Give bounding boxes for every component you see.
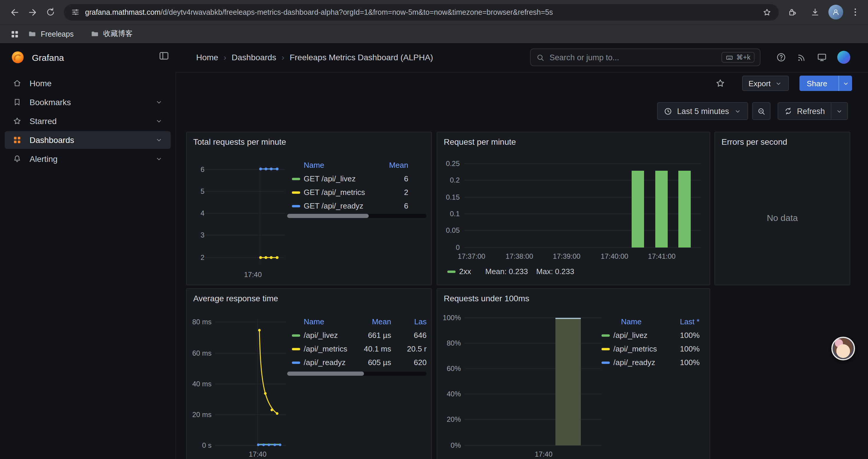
screen: grafana.mathmast.com/d/deytv4rwavabkb/fr… [0, 0, 868, 459]
legend-header-mean[interactable]: Mean [356, 317, 391, 326]
panel-title[interactable]: Request per minute [444, 137, 516, 146]
search-placeholder: Search or jump to... [550, 53, 619, 62]
series-name[interactable]: /api/_livez [304, 331, 356, 340]
downloads-icon[interactable] [806, 3, 824, 21]
series-color-green [292, 177, 300, 180]
legend-table: Name Mean GET /api/_livez 6 GET /api/_me… [287, 158, 427, 213]
time-range-picker[interactable]: Last 5 minutes [657, 102, 748, 120]
panel-title[interactable]: Average response time [193, 294, 278, 303]
legend-row: /api/_readyz 100% [601, 356, 700, 369]
home-icon [12, 78, 22, 88]
series-name[interactable]: /api/_metrics [613, 345, 680, 353]
panel-title[interactable]: Requests under 100ms [444, 294, 529, 303]
chevron-down-icon[interactable] [155, 117, 163, 125]
legend-header-name[interactable]: Name [304, 161, 324, 169]
browser-reload-button[interactable] [41, 3, 59, 21]
browser-menu-icon[interactable] [848, 3, 862, 21]
sidebar-item-dashboards[interactable]: Dashboards [5, 131, 171, 149]
dashboard-canvas: Last 5 minutes Refresh Total requests pe… [176, 72, 868, 459]
scrollbar-thumb[interactable] [287, 214, 369, 218]
panel-title[interactable]: Total requests per minute [193, 137, 286, 146]
series-color-blue [601, 361, 610, 364]
kiosk-monitor-icon[interactable] [816, 52, 827, 63]
legend-header-last[interactable]: Last * [680, 317, 700, 326]
series-name[interactable]: /api/_readyz [304, 358, 356, 367]
refresh-icon [784, 107, 792, 115]
sidebar-item-alerting[interactable]: Alerting [5, 150, 171, 168]
help-icon[interactable] [776, 52, 786, 63]
series-color-yellow [601, 348, 610, 350]
series-name[interactable]: /api/_livez [613, 331, 680, 340]
series-color-green [292, 334, 300, 336]
assistant-avatar-button[interactable] [831, 337, 855, 360]
sidebar-item-home[interactable]: Home [5, 74, 171, 92]
legend-scrollbar[interactable] [287, 371, 427, 376]
chevron-down-icon[interactable] [155, 98, 163, 106]
grafana-logo[interactable] [11, 50, 25, 64]
series-name[interactable]: /api/_readyz [613, 358, 680, 367]
browser-forward-button[interactable] [24, 3, 41, 21]
sidebar-item-bookmarks[interactable]: Bookmarks [5, 93, 171, 111]
user-avatar[interactable] [837, 51, 850, 64]
chart-total-requests[interactable] [205, 162, 285, 268]
search-input[interactable]: Search or jump to... ⌘+k [530, 48, 761, 66]
chevron-down-icon[interactable] [155, 136, 163, 144]
breadcrumb-dashboards[interactable]: Dashboards [231, 53, 276, 62]
series-name[interactable]: /api/_metrics [304, 345, 356, 353]
panel-requests-under-100ms: Requests under 100ms 100% 80% 60% 40% 20… [437, 288, 710, 459]
panel-request-per-minute: Request per minute 0.25 0.2 0.15 0.1 0.0… [437, 132, 710, 285]
browser-profile-avatar[interactable] [829, 5, 843, 20]
legend-scrollbar[interactable] [287, 214, 427, 218]
bookmark-folder-blogs[interactable]: 收藏博客 [85, 27, 138, 41]
grafana-header: Grafana Home › Dashboards › Freeleaps Me… [0, 43, 868, 73]
browser-back-button[interactable] [6, 3, 24, 21]
bookmark-star-icon[interactable] [762, 7, 772, 17]
legend-mean: Mean: 0.233 [485, 267, 528, 276]
search-icon [536, 53, 545, 62]
series-name[interactable]: GET /api/_metrics [304, 188, 404, 197]
chart-requests-under-100ms[interactable] [464, 316, 601, 450]
time-controls: Last 5 minutes Refresh [657, 102, 848, 120]
sidebar-item-starred[interactable]: Starred [5, 112, 171, 130]
extensions-icon[interactable] [783, 3, 801, 21]
url-bar[interactable]: grafana.mathmast.com/d/deytv4rwavabkb/fr… [64, 4, 779, 21]
site-settings-icon[interactable] [71, 8, 80, 17]
series-color-green [447, 270, 456, 273]
series-name[interactable]: 2xx [459, 267, 471, 276]
chevron-down-icon [836, 107, 843, 115]
legend-table: Name Mean Las /api/_livez 661 µs 646 /ap… [287, 315, 427, 369]
breadcrumb-separator: › [282, 53, 284, 62]
breadcrumb-home[interactable]: Home [196, 53, 218, 62]
bookmark-folder-freeleaps[interactable]: Freeleaps [23, 28, 79, 40]
series-name[interactable]: GET /api/_livez [304, 174, 404, 183]
keyboard-icon [725, 54, 733, 61]
panel-title[interactable]: Errors per second [721, 137, 787, 146]
zoom-out-icon [756, 107, 766, 116]
bookmark-icon [12, 97, 22, 107]
chart-average-response-time[interactable] [215, 320, 286, 457]
dashboards-grid-icon [12, 135, 22, 145]
news-rss-icon[interactable] [797, 52, 807, 62]
legend-max: Max: 0.233 [536, 267, 574, 276]
dock-menu-icon[interactable] [158, 50, 169, 61]
refresh-interval-dropdown[interactable] [831, 102, 848, 120]
refresh-button[interactable]: Refresh [777, 102, 831, 120]
series-color-yellow [292, 191, 300, 193]
series-name[interactable]: GET /api/_readyz [304, 201, 404, 210]
apps-grid-icon[interactable] [7, 26, 23, 42]
scrollbar-thumb[interactable] [287, 371, 364, 376]
panel-total-requests: Total requests per minute 6 5 4 3 2 17:4… [186, 132, 432, 285]
folder-icon [28, 30, 37, 38]
legend-row: /api/_metrics 100% [601, 342, 700, 356]
chart-request-per-minute[interactable] [464, 161, 701, 252]
legend-header-name[interactable]: Name [621, 317, 680, 326]
zoom-out-time-button[interactable] [752, 102, 770, 120]
panel-average-response-time: Average response time 80 ms 60 ms 40 ms … [186, 288, 432, 459]
legend-row: /api/_livez 100% [601, 328, 700, 342]
chevron-down-icon[interactable] [155, 155, 163, 163]
bookmark-label: 收藏博客 [103, 29, 133, 39]
breadcrumb-current-page: Freeleaps Metrics Dashboard (ALPHA) [289, 53, 433, 62]
legend-header-last[interactable]: Las [391, 317, 427, 326]
legend-header-name[interactable]: Name [304, 317, 356, 326]
legend-header-mean[interactable]: Mean [389, 161, 427, 169]
